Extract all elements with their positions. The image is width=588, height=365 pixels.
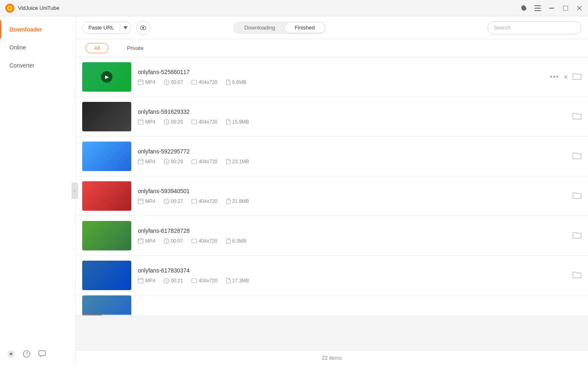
svg-rect-24 [138, 80, 143, 85]
download-item-6: onlyfans-617830374 MP4 00:21 404x720 [76, 256, 588, 295]
item-meta-1: MP4 00:07 404x720 6.6MB [138, 79, 543, 85]
item-title-5: onlyfans-617828728 [138, 228, 566, 234]
item-size-4: 21.8MB [226, 198, 249, 204]
item-info-5: onlyfans-617828728 MP4 00:07 404x720 [131, 228, 572, 244]
sidebar-item-online[interactable]: Online [0, 38, 75, 56]
download-item-4: onlyfans-593940501 MP4 00:27 404x720 [76, 176, 588, 216]
app-title: VidJuice UniTube [18, 5, 59, 11]
tab-switcher: Downloading Finished [233, 21, 325, 34]
tab-finished[interactable]: Finished [285, 23, 325, 33]
item-size-2: 15.9MB [226, 119, 249, 125]
svg-line-17 [13, 351, 13, 352]
item-actions-1: ••• ✕ [550, 72, 581, 82]
item-thumbnail-7[interactable] [82, 295, 131, 316]
item-format-3: MP4 [138, 159, 155, 164]
item-format-6: MP4 [138, 278, 155, 284]
item-folder-btn-3[interactable] [572, 151, 581, 162]
svg-rect-27 [192, 80, 197, 84]
svg-rect-47 [192, 279, 197, 283]
item-resolution-6: 404x720 [191, 278, 218, 284]
item-actions-2 [572, 112, 581, 122]
search-input[interactable] [487, 21, 581, 34]
svg-point-10 [10, 353, 13, 356]
item-size-5: 6.3MB [226, 238, 247, 244]
paste-url-dropdown-icon[interactable] [120, 24, 131, 32]
sidebar-item-converter[interactable]: Converter [0, 56, 75, 74]
app-logo [5, 3, 15, 13]
item-close-btn-1[interactable]: ✕ [563, 73, 568, 81]
item-folder-btn-4[interactable] [572, 191, 581, 201]
item-thumbnail-4[interactable] [82, 181, 131, 211]
sidebar: Downloader Online Converter [0, 16, 76, 365]
item-thumbnail-6[interactable] [82, 261, 131, 290]
filter-all[interactable]: All [85, 43, 108, 53]
item-size-1: 6.6MB [226, 79, 247, 85]
sidebar-item-downloader[interactable]: Downloader [0, 20, 75, 38]
svg-rect-31 [192, 120, 197, 124]
item-info-6: onlyfans-617830374 MP4 00:21 404x720 [131, 267, 572, 284]
item-meta-4: MP4 00:27 404x720 21.8MB [138, 198, 566, 204]
item-folder-btn-5[interactable] [572, 231, 581, 241]
item-title-2: onlyfans-591629332 [138, 108, 566, 115]
status-bar: 22 items [76, 350, 588, 365]
settings-title-btn[interactable] [520, 5, 527, 12]
maximize-btn[interactable] [562, 5, 569, 12]
download-item-2: onlyfans-591629332 MP4 00:20 404x720 [76, 97, 588, 137]
item-format-5: MP4 [138, 238, 155, 244]
svg-point-23 [142, 27, 144, 29]
item-resolution-1: 404x720 [191, 79, 218, 85]
item-list: ▶ onlyfans-525660117 MP4 00:07 [76, 57, 588, 350]
eye-button[interactable] [136, 21, 150, 35]
item-duration-3: 00:29 [164, 159, 183, 164]
item-more-btn-1[interactable]: ••• [550, 73, 559, 81]
item-thumbnail-2[interactable] [82, 102, 131, 131]
svg-rect-28 [138, 119, 143, 124]
play-button-1[interactable]: ▶ [101, 71, 112, 83]
title-bar: VidJuice UniTube [0, 0, 588, 16]
collapse-toggle[interactable]: ‹ [72, 182, 78, 199]
download-item-1: ▶ onlyfans-525660117 MP4 00:07 [76, 57, 588, 97]
title-bar-left: VidJuice UniTube [5, 3, 59, 13]
filter-bar: All Private [76, 39, 588, 57]
svg-rect-4 [534, 8, 541, 9]
item-info-4: onlyfans-593940501 MP4 00:27 404x720 [131, 188, 572, 204]
tab-downloading[interactable]: Downloading [234, 23, 285, 33]
filter-private[interactable]: Private [118, 43, 152, 53]
paste-url-button[interactable]: Paste URL [82, 22, 131, 34]
paste-url-label: Paste URL [83, 22, 120, 33]
item-title-3: onlyfans-592295772 [138, 148, 566, 155]
item-title-6: onlyfans-617830374 [138, 267, 566, 274]
title-bar-right [520, 5, 583, 12]
svg-line-16 [13, 356, 13, 356]
item-thumbnail-1[interactable]: ▶ [82, 62, 131, 92]
close-btn[interactable] [576, 5, 583, 12]
item-title-4: onlyfans-593940501 [138, 188, 566, 194]
theme-icon[interactable] [7, 349, 16, 358]
download-item-3: onlyfans-592295772 MP4 00:29 404x720 [76, 137, 588, 176]
svg-rect-5 [534, 10, 541, 11]
item-thumbnail-3[interactable] [82, 142, 131, 171]
svg-rect-40 [138, 239, 143, 243]
chat-icon[interactable] [38, 349, 47, 358]
item-meta-5: MP4 00:07 404x720 6.3MB [138, 238, 566, 244]
item-format-1: MP4 [138, 79, 155, 85]
items-count: 22 items [322, 355, 342, 361]
item-folder-btn-6[interactable] [572, 270, 581, 281]
item-duration-2: 00:20 [164, 119, 183, 125]
item-meta-3: MP4 00:29 404x720 23.1MB [138, 159, 566, 164]
item-folder-btn-1[interactable] [572, 72, 581, 82]
svg-rect-36 [138, 199, 143, 204]
item-folder-btn-2[interactable] [572, 112, 581, 122]
item-resolution-4: 404x720 [191, 198, 218, 204]
item-title-1: onlyfans-525660117 [138, 69, 543, 75]
svg-rect-6 [549, 8, 554, 9]
item-actions-6 [572, 270, 581, 281]
item-resolution-3: 404x720 [191, 159, 218, 164]
svg-line-15 [9, 351, 9, 352]
minimize-btn[interactable] [548, 5, 555, 12]
item-duration-1: 00:07 [164, 79, 183, 85]
help-icon[interactable]: ? [22, 349, 31, 358]
menu-title-btn[interactable] [534, 5, 541, 12]
item-thumbnail-5[interactable] [82, 221, 131, 250]
top-bar: Paste URL Downloading Finished [76, 16, 588, 39]
